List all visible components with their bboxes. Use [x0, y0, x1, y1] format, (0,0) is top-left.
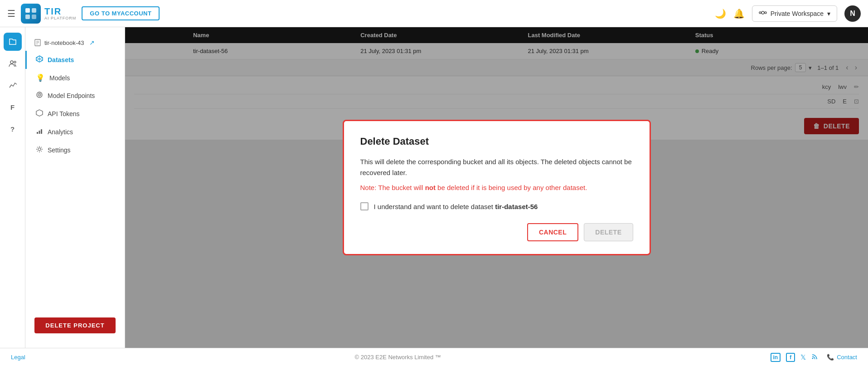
external-link-icon[interactable]: ↗: [89, 39, 95, 46]
sidebar-item-settings-label: Settings: [48, 146, 71, 154]
dialog-checkbox-label: I understand and want to delete dataset …: [374, 203, 538, 210]
footer: Legal © 2023 E2E Networks Limited ™ in f…: [0, 348, 868, 366]
hamburger-icon[interactable]: ☰: [7, 8, 15, 19]
api-tokens-icon: [36, 109, 43, 118]
workspace-button[interactable]: Private Workspace ▾: [752, 5, 837, 22]
analytics-icon: [36, 127, 43, 137]
sidebar-item-analytics[interactable]: Analytics: [25, 123, 125, 141]
linkedin-icon[interactable]: in: [771, 353, 781, 362]
header-left: ☰ TIR AI PLATFORM GO TO MYACCOUNT: [7, 4, 160, 24]
footer-social: in f 𝕏: [771, 353, 818, 362]
svg-rect-0: [25, 8, 30, 13]
svg-point-5: [759, 12, 761, 14]
dialog-note-bold: not: [425, 184, 436, 191]
contact-label: Contact: [837, 354, 857, 361]
dialog-note: Note: The bucket will not be deleted if …: [360, 184, 633, 191]
model-endpoints-icon: [36, 91, 43, 100]
logo-icon: [21, 4, 41, 24]
workspace-icon: [759, 9, 767, 19]
svg-point-21: [39, 94, 40, 95]
confirm-checkbox[interactable]: [360, 202, 369, 210]
dialog-delete-button[interactable]: DELETE: [584, 223, 633, 241]
footer-copyright: © 2023 E2E Networks Limited ™: [355, 354, 441, 361]
sidebar-item-datasets-label: Datasets: [48, 56, 74, 63]
header: ☰ TIR AI PLATFORM GO TO MYACCOUNT 🌙 🔔: [0, 0, 868, 27]
logo-tir-label: TIR: [44, 6, 76, 16]
delete-dataset-dialog: Delete Dataset This will delete the corr…: [343, 120, 651, 255]
avatar[interactable]: N: [844, 5, 861, 22]
contact-phone-icon: 📞: [827, 354, 834, 361]
nav-sidebar: tir-notebook-43 ↗ Datasets 💡 Models: [25, 27, 125, 348]
sidebar-icon-formula[interactable]: F: [4, 98, 22, 116]
sidebar-icon-analytics[interactable]: [4, 76, 22, 94]
logo: TIR AI PLATFORM: [21, 4, 76, 24]
dialog-note-prefix: Note: The bucket will: [360, 184, 425, 191]
sidebar-item-analytics-label: Analytics: [48, 128, 73, 136]
dialog-body: This will delete the corresponding bucke…: [360, 156, 633, 178]
logo-text: TIR AI PLATFORM: [44, 6, 76, 21]
svg-rect-24: [39, 131, 40, 134]
nav-items: tir-notebook-43 ↗ Datasets 💡 Models: [25, 34, 125, 159]
sidebar-item-settings[interactable]: Settings: [25, 141, 125, 159]
sidebar-item-datasets[interactable]: Datasets: [25, 51, 125, 69]
dialog-checkbox-row: I understand and want to delete dataset …: [360, 202, 633, 210]
models-icon: 💡: [36, 73, 45, 82]
footer-legal-link[interactable]: Legal: [11, 354, 25, 361]
svg-rect-2: [25, 15, 30, 19]
logo-sub-label: AI PLATFORM: [44, 16, 76, 21]
sidebar-item-models-label: Models: [49, 74, 70, 82]
dialog-note-suffix: be deleted if it is being used by any ot…: [436, 184, 587, 191]
rss-icon[interactable]: [811, 353, 818, 361]
svg-rect-25: [41, 129, 42, 134]
svg-rect-3: [32, 15, 36, 19]
svg-point-10: [14, 61, 16, 63]
sidebar-item-models[interactable]: 💡 Models: [25, 69, 125, 87]
workspace-label: Private Workspace: [771, 10, 824, 17]
content-area: Name Created Date Last Modified Date Sta…: [125, 27, 868, 348]
sidebar-icon-users[interactable]: [4, 54, 22, 73]
svg-point-26: [38, 148, 41, 151]
notebook-label: tir-notebook-43: [44, 39, 84, 46]
dialog-actions: CANCEL DELETE: [360, 223, 633, 241]
sidebar-icon-help[interactable]: ?: [4, 120, 22, 138]
svg-point-27: [812, 358, 814, 359]
dialog-dataset-name: tir-dataset-56: [495, 203, 538, 210]
sidebar-icon-files[interactable]: [4, 33, 22, 51]
facebook-icon[interactable]: f: [786, 353, 795, 362]
svg-point-4: [761, 11, 764, 14]
svg-marker-22: [36, 110, 43, 116]
header-right: 🌙 🔔 Private Workspace ▾ N: [715, 5, 861, 22]
footer-contact-link[interactable]: 📞 Contact: [827, 354, 857, 361]
workspace-chevron-icon: ▾: [827, 10, 830, 17]
sidebar-item-model-endpoints[interactable]: Model Endpoints: [25, 87, 125, 105]
modal-overlay: Delete Dataset This will delete the corr…: [125, 27, 868, 348]
twitter-icon[interactable]: 𝕏: [800, 353, 806, 361]
svg-point-6: [765, 12, 766, 14]
datasets-icon: [36, 55, 43, 64]
icon-sidebar: F ?: [0, 27, 25, 348]
svg-point-9: [10, 61, 13, 63]
sidebar-item-api-tokens-label: API Tokens: [48, 110, 80, 117]
cancel-button[interactable]: CANCEL: [527, 223, 578, 241]
notebook-item[interactable]: tir-notebook-43 ↗: [25, 34, 125, 51]
svg-rect-23: [37, 132, 38, 134]
dialog-checkbox-prefix: I understand and want to delete dataset: [374, 203, 495, 210]
delete-project-section: DELETE PROJECT: [25, 310, 125, 341]
dialog-title: Delete Dataset: [360, 136, 633, 147]
settings-icon: [36, 146, 43, 155]
sidebar-item-api-tokens[interactable]: API Tokens: [25, 105, 125, 123]
svg-rect-1: [32, 8, 36, 13]
go-to-myaccount-button[interactable]: GO TO MYACCOUNT: [82, 6, 160, 20]
delete-project-button[interactable]: DELETE PROJECT: [34, 317, 116, 333]
sidebar-item-model-endpoints-label: Model Endpoints: [48, 92, 95, 99]
main-layout: F ? tir-notebook-43 ↗: [0, 27, 868, 348]
dark-mode-icon[interactable]: 🌙: [715, 8, 726, 19]
footer-right: in f 𝕏 📞 Contact: [771, 353, 857, 362]
bell-icon[interactable]: 🔔: [733, 8, 745, 19]
